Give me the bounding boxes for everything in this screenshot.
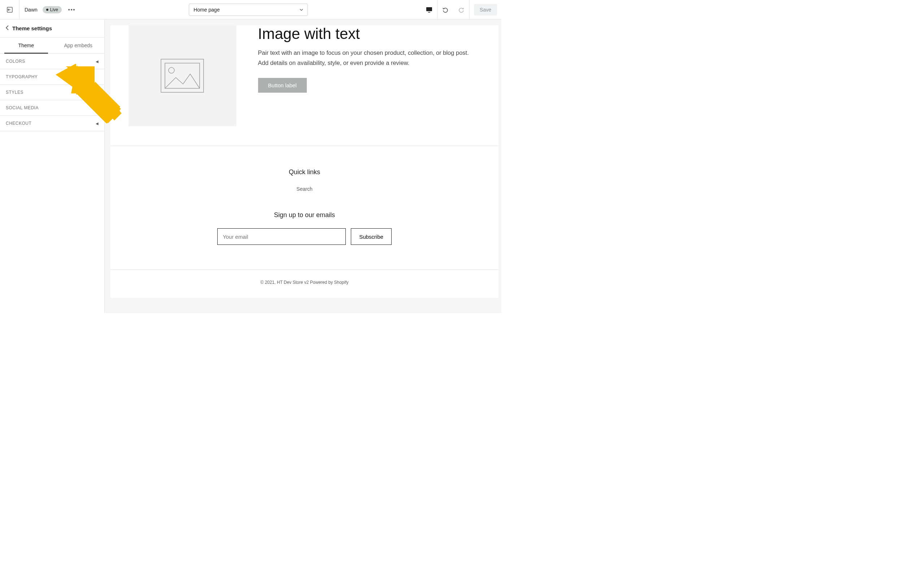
email-input[interactable] [217,228,346,245]
svg-rect-9 [161,59,204,92]
footer-link-search[interactable]: Search [110,186,498,192]
svg-point-11 [168,68,174,73]
quick-links-title: Quick links [110,168,498,176]
chevron-left-icon: ◀ [96,90,99,95]
viewport-desktop-button[interactable] [421,0,437,19]
page-selector-label: Home page [194,7,220,13]
svg-rect-1 [426,7,432,11]
chevron-down-icon [300,9,303,11]
section-body[interactable]: Pair text with an image to focus on your… [258,48,480,68]
theme-name: Dawn [19,7,43,13]
setting-typography[interactable]: TYPOGRAPHY [0,69,104,85]
setting-checkout[interactable]: CHECKOUT◀ [0,116,104,131]
desktop-icon [426,6,433,13]
setting-colors[interactable]: COLORS◀ [0,54,104,69]
exit-button[interactable] [0,0,19,19]
signup-title: Sign up to our emails [110,211,498,219]
sidebar: Theme settings Theme App embeds COLORS◀ … [0,19,105,313]
page-selector[interactable]: Home page [189,3,308,16]
setting-social-media[interactable]: SOCIAL MEDIA◀ [0,100,104,116]
chevron-left-icon: ◀ [96,121,99,126]
topbar: Dawn Live ••• Home page Save [0,0,501,19]
chevron-left-icon: ◀ [96,60,99,63]
live-dot-icon [46,9,48,11]
undo-icon [442,6,449,13]
section-button[interactable]: Button label [258,78,307,93]
sidebar-title: Theme settings [12,25,52,31]
footer-section[interactable]: Quick links Search Sign up to our emails… [110,146,498,298]
redo-button[interactable] [453,0,469,19]
undo-button[interactable] [438,0,453,19]
setting-styles[interactable]: STYLES◀ [0,85,104,100]
section-heading[interactable]: Image with text [258,25,480,43]
back-button[interactable] [6,25,9,31]
image-placeholder[interactable] [129,25,236,126]
tab-app-embeds[interactable]: App embeds [52,37,105,53]
tab-theme[interactable]: Theme [0,37,52,53]
save-button: Save [474,4,497,16]
more-menu-button[interactable]: ••• [68,7,76,13]
image-with-text-section[interactable]: Image with text Pair text with an image … [110,25,498,146]
live-badge: Live [43,6,62,13]
copyright-text: © 2021, HT Dev Store v2 Powered by Shopi… [110,269,498,298]
subscribe-button[interactable]: Subscribe [351,228,392,245]
chevron-left-icon [6,25,9,30]
image-placeholder-icon [161,59,204,93]
svg-rect-10 [165,63,200,89]
chevron-left-icon: ◀ [96,106,99,110]
redo-icon [458,6,465,13]
exit-icon [6,6,13,13]
theme-preview: Image with text Pair text with an image … [105,19,501,313]
